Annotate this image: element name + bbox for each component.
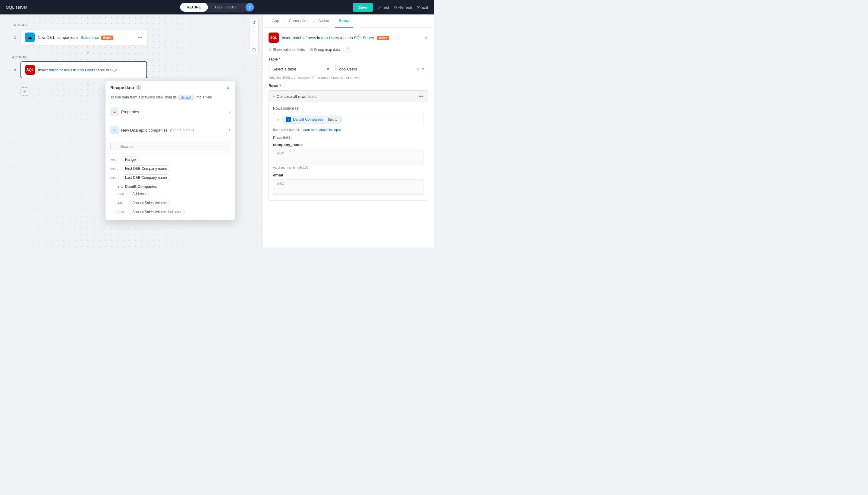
zoom-in-button[interactable]: + (250, 28, 258, 36)
panel-actions: ⊕ Show optional fields ⊞ Group map data … (268, 47, 428, 52)
close-icon: ✕ (417, 5, 420, 10)
main-layout: ↺ + − ⊞ TRIGGER 1 ☁ New D& b companies i… (0, 15, 434, 248)
canvas: ↺ + − ⊞ TRIGGER 1 ☁ New D& b companies i… (0, 15, 262, 248)
dp-step-label: (Step 1 output) (170, 128, 194, 132)
table-val-actions: ✕ ▾ (416, 67, 424, 71)
table-dropdown[interactable]: Select a table ▾ (268, 64, 333, 74)
dp-pill-first-item[interactable]: First D&B Company name (122, 165, 170, 172)
tab-testjobs[interactable]: TEST JOBS (208, 3, 242, 12)
dp-pill-address-item[interactable]: Address (129, 191, 149, 197)
group-map-button[interactable]: ⊞ Group map data (310, 48, 340, 52)
email-section: email ABC (273, 173, 423, 195)
optional-fields-icon: ⊕ (268, 48, 272, 52)
dp-dandb-collapse-icon[interactable]: ▾ (117, 185, 119, 189)
dp-pill-range-item[interactable]: Range (122, 156, 139, 163)
dp-source-row: S New D&amp; b companies (Step 1 output)… (110, 123, 230, 137)
drag-handle-icon[interactable]: ≡ (277, 117, 279, 122)
save-button[interactable]: Save (353, 3, 373, 12)
rows-collapse-icon[interactable]: ▾ (273, 94, 275, 99)
dp-properties-chevron: › (229, 109, 230, 114)
zoom-out-button[interactable]: − (250, 36, 258, 45)
rows-more-button[interactable]: ••• (418, 93, 423, 99)
add-step-button[interactable]: + (20, 87, 29, 96)
undo-button[interactable]: ↺ (250, 18, 258, 27)
trigger-node[interactable]: ☁ New D& b companies in Salesforce Batch… (20, 29, 147, 46)
panel-step-header: SQL Insert batch of rows in dbo.Users ta… (268, 33, 428, 43)
tab-connection[interactable]: Connection (285, 15, 312, 28)
panel-step-title: Insert batch of rows in dbo.Users table … (282, 36, 421, 40)
tab-recipe[interactable]: RECIPE (180, 3, 208, 12)
fit-view-button[interactable]: ⊞ (250, 46, 258, 54)
dp-pill-annualind-item[interactable]: Annual Sales Volume Indicator (129, 209, 185, 215)
rows-fields-label: Rows fields (273, 136, 423, 140)
panel-tabs: App › Connection › Action › Setup (263, 15, 434, 28)
dp-pill-last-item[interactable]: Last D&B Company name (122, 174, 170, 181)
step-1-num: 1 (12, 34, 18, 40)
rows-source-label: Rows source list (273, 106, 423, 110)
show-optional-fields-button[interactable]: ⊕ Show optional fields (268, 48, 305, 52)
dp-properties-section: ≡ Properties › (105, 103, 235, 121)
dp-search-input[interactable] (110, 142, 230, 151)
refresh-button[interactable]: ↻ Refresh (394, 5, 412, 10)
table-expand-button[interactable]: ▾ (422, 67, 424, 71)
dp-pill-annualsales: 0.00 Annual Sales Volume (117, 200, 226, 206)
dp-source-chevron[interactable]: ▾ (228, 128, 230, 132)
dp-pill-annualsales-item[interactable]: Annual Sales Volume (129, 200, 170, 206)
dp-properties-row[interactable]: ≡ Properties › (110, 105, 230, 118)
nav-actions: Save ▷ Test ↻ Refresh ✕ Exit (353, 3, 428, 12)
dp-pill-last: ABC Last D&B Company name (110, 174, 230, 181)
company-name-field[interactable]: ABC (273, 149, 423, 165)
source-chip-step: Step 1 (326, 118, 339, 122)
group-map-icon: ⊞ (310, 48, 313, 52)
tab-setup[interactable]: Setup (335, 15, 353, 28)
trigger-label: TRIGGER (12, 23, 147, 27)
source-chip: S DandB Companies Step 1 (282, 116, 342, 123)
dp-pills-area: ABC Range ABC First D&B Company name ABC… (105, 154, 235, 220)
actions-label: ACTIONS (12, 56, 147, 59)
canvas-toolbar: ↺ + − ⊞ (249, 18, 259, 54)
email-field[interactable]: ABC (273, 179, 423, 195)
dp-pill-address: ABC Address (117, 191, 226, 197)
panel-help-button[interactable]: ? (345, 47, 350, 52)
panel-close-button[interactable]: ✕ (424, 35, 428, 41)
table-required: * (279, 57, 280, 62)
trigger-more-button[interactable]: ••• (137, 35, 143, 40)
help-button[interactable]: ? (245, 3, 254, 12)
action-row: 2 SQL Insert batch of rows in dbo.Users … (12, 62, 147, 78)
dropdown-chevron-icon: ▾ (327, 67, 329, 71)
dp-search-wrap: 🔍 (110, 142, 230, 151)
rows-header: ▾ Collapse all rows fields ••• (269, 91, 428, 102)
tab-arrow-2: › (313, 19, 314, 23)
test-icon: ▷ (378, 5, 381, 10)
table-field-label: Table * (268, 57, 428, 62)
action-node-text: Insert batch of rows in dbo.Users table … (38, 68, 142, 72)
action-node[interactable]: SQL Insert batch of rows in dbo.Users ta… (20, 62, 147, 78)
table-section: Table * Select a table ▾ dbo.Users ✕ ▾ (268, 57, 428, 80)
company-name-label: company_name (273, 142, 423, 147)
dp-help-button[interactable]: ? (136, 85, 141, 90)
top-nav: SQL server RECIPE TEST JOBS ? Save ▷ Tes… (0, 0, 434, 15)
dp-subtitle: To use data from a previous step, drag i… (105, 93, 235, 103)
dp-source-label: S New D&amp; b companies (Step 1 output) (110, 126, 194, 134)
table-value-field: dbo.Users ✕ ▾ (335, 64, 428, 74)
rows-required: * (279, 84, 281, 88)
tab-app[interactable]: App (268, 15, 283, 28)
exit-button[interactable]: ✕ Exit (417, 5, 428, 10)
list-hint-link[interactable]: Learn more about list input (301, 128, 341, 132)
list-hint: Input a list datapill. Learn more about … (273, 128, 423, 132)
sql-icon: SQL (25, 65, 35, 75)
email-abc: ABC (277, 182, 284, 186)
company-name-type: varchar, max length 100 (273, 166, 423, 169)
dp-collapse-button[interactable]: ▲ (226, 85, 230, 90)
connector-2 (88, 78, 88, 87)
tab-action[interactable]: Action (315, 15, 333, 28)
datapill-badge: datapill (178, 95, 194, 100)
test-button[interactable]: ▷ Test (378, 5, 389, 10)
tab-arrow-3: › (333, 19, 334, 23)
connector-1 (88, 46, 88, 54)
dp-header: Recipe data ? ▲ (105, 81, 235, 93)
table-clear-button[interactable]: ✕ (416, 67, 420, 71)
trigger-node-text: New D& b companies in Salesforce Batch (38, 35, 134, 40)
rows-body: Rows source list ≡ S DandB Companies Ste… (269, 102, 428, 200)
dp-dandb-section: ▾ ≡ DandB Companies ABC Address 0.00 Ann… (110, 183, 230, 219)
